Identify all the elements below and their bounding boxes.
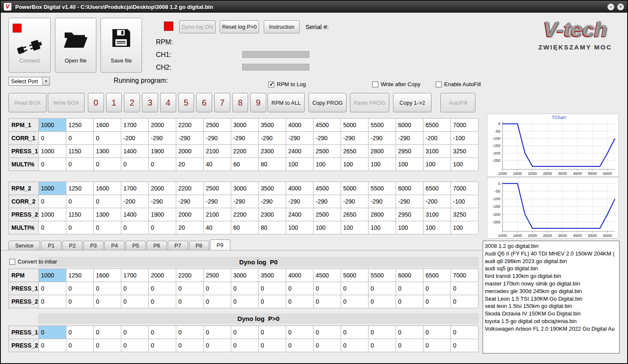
value-cell[interactable]: 0	[231, 326, 259, 339]
file-item[interactable]: ford transit 130km go digital.bin	[485, 272, 617, 280]
value-cell[interactable]: 60	[231, 158, 259, 171]
value-cell[interactable]: 0	[149, 158, 176, 171]
value-cell[interactable]: 0	[121, 295, 149, 308]
value-cell[interactable]: 1900	[149, 145, 176, 158]
value-cell[interactable]: 2500	[314, 145, 341, 158]
value-cell[interactable]: -290	[369, 132, 396, 145]
value-cell[interactable]: 20	[176, 158, 204, 171]
value-cell[interactable]: 4000	[286, 182, 314, 195]
value-cell[interactable]: 0	[66, 195, 94, 208]
value-cell[interactable]: 2000	[149, 182, 176, 195]
value-cell[interactable]: -290	[149, 195, 176, 208]
value-cell[interactable]: 1300	[94, 208, 121, 221]
value-cell[interactable]: 3500	[259, 119, 286, 132]
value-cell[interactable]: 0	[423, 339, 451, 352]
value-cell[interactable]: -290	[369, 195, 396, 208]
value-cell[interactable]: 4500	[314, 182, 341, 195]
value-cell[interactable]: 0	[259, 282, 286, 295]
value-cell[interactable]: 0	[314, 295, 341, 308]
connect-button[interactable]: Connect	[8, 18, 51, 73]
value-cell[interactable]: 0	[231, 339, 259, 352]
value-cell[interactable]: 2000	[176, 208, 204, 221]
value-cell[interactable]: 2650	[341, 208, 369, 221]
value-cell[interactable]: 1600	[94, 182, 121, 195]
value-cell[interactable]: 1400	[121, 145, 149, 158]
value-cell[interactable]: 0	[149, 339, 176, 352]
value-cell[interactable]: 0	[39, 132, 66, 145]
value-cell[interactable]: -290	[149, 132, 176, 145]
value-cell[interactable]: -290	[231, 132, 259, 145]
value-cell[interactable]: 0	[39, 339, 66, 352]
value-cell[interactable]: 20	[176, 221, 204, 234]
value-cell[interactable]: 2200	[231, 208, 259, 221]
tab-p1[interactable]: P1	[41, 241, 61, 250]
value-cell[interactable]: 2300	[259, 145, 286, 158]
value-cell[interactable]: -200	[121, 132, 149, 145]
value-cell[interactable]: 0	[94, 282, 121, 295]
value-cell[interactable]: 0	[286, 282, 314, 295]
value-cell[interactable]: 5500	[369, 269, 396, 282]
value-cell[interactable]: 6500	[423, 119, 451, 132]
value-cell[interactable]: 2000	[176, 145, 204, 158]
value-cell[interactable]: 0	[176, 282, 204, 295]
value-cell[interactable]: 0	[231, 282, 259, 295]
value-cell[interactable]: 0	[39, 326, 66, 339]
save-file-button[interactable]: Save file	[101, 18, 142, 73]
value-cell[interactable]: -100	[451, 132, 478, 145]
value-cell[interactable]: 6500	[423, 269, 451, 282]
value-cell[interactable]: 2800	[369, 208, 396, 221]
value-cell[interactable]: 0	[369, 282, 396, 295]
value-cell[interactable]: 0	[204, 339, 231, 352]
value-cell[interactable]: 0	[314, 339, 341, 352]
value-cell[interactable]: 0	[94, 295, 121, 308]
value-cell[interactable]: 100	[423, 158, 451, 171]
value-cell[interactable]: 4000	[286, 269, 314, 282]
file-item[interactable]: seat leon 1.5tsi 150km go digital.bin	[485, 302, 617, 310]
file-item[interactable]: 3008 1.2 go digital.bin	[485, 242, 617, 250]
file-item[interactable]: toyota 1.5 go digital od obciążenia.bin	[485, 318, 617, 325]
value-cell[interactable]: 3000	[231, 269, 259, 282]
value-cell[interactable]: 3000	[231, 182, 259, 195]
value-cell[interactable]: -290	[286, 132, 314, 145]
value-cell[interactable]: 0	[369, 326, 396, 339]
value-cell[interactable]: 4500	[314, 269, 341, 282]
value-cell[interactable]: 0	[423, 295, 451, 308]
value-cell[interactable]: 100	[341, 158, 369, 171]
digit-button-4[interactable]: 4	[160, 93, 176, 112]
value-cell[interactable]: 0	[341, 282, 369, 295]
value-cell[interactable]: 2500	[314, 208, 341, 221]
value-cell[interactable]: 1250	[66, 269, 94, 282]
value-cell[interactable]: 0	[66, 295, 94, 308]
value-cell[interactable]: 0	[39, 295, 66, 308]
enable-autofill-checkbox[interactable]: Enable AutoFill	[436, 81, 481, 87]
value-cell[interactable]: 0	[176, 326, 204, 339]
value-cell[interactable]: 0	[231, 295, 259, 308]
value-cell[interactable]: 2100	[204, 145, 231, 158]
value-cell[interactable]: 0	[259, 339, 286, 352]
value-cell[interactable]: 0	[66, 221, 94, 234]
value-cell[interactable]: 100	[451, 221, 478, 234]
value-cell[interactable]: 2200	[176, 119, 204, 132]
value-cell[interactable]: 5000	[341, 182, 369, 195]
value-cell[interactable]: 60	[231, 221, 259, 234]
value-cell[interactable]: 2300	[259, 208, 286, 221]
value-cell[interactable]: 1150	[66, 145, 94, 158]
value-cell[interactable]: 3000	[231, 119, 259, 132]
open-file-button[interactable]: Open file	[55, 18, 96, 73]
value-cell[interactable]: 1700	[121, 182, 149, 195]
value-cell[interactable]: 0	[451, 339, 478, 352]
value-cell[interactable]: 0	[121, 282, 149, 295]
value-cell[interactable]: 100	[341, 221, 369, 234]
digit-button-0[interactable]: 0	[88, 93, 104, 112]
tab-p7[interactable]: P7	[168, 241, 188, 250]
digit-button-6[interactable]: 6	[196, 93, 212, 112]
tab-p2[interactable]: P2	[62, 241, 82, 250]
value-cell[interactable]: 6000	[396, 182, 423, 195]
value-cell[interactable]: 1000	[39, 208, 66, 221]
value-cell[interactable]: -290	[314, 195, 341, 208]
value-cell[interactable]: 2500	[204, 119, 231, 132]
write-after-copy-checkbox[interactable]: Write after Copy	[372, 81, 420, 87]
value-cell[interactable]: -290	[396, 132, 423, 145]
instruction-button[interactable]: Instruction	[264, 20, 300, 33]
value-cell[interactable]: 0	[121, 158, 149, 171]
